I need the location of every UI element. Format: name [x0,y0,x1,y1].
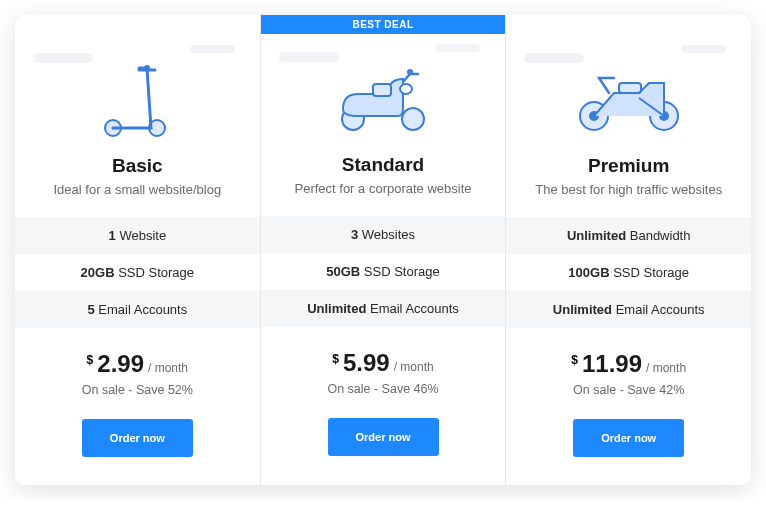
feature-row: 3 Websites [261,216,506,253]
price-line: $ 5.99 / month [271,349,496,377]
plan-name: Basic [30,155,245,177]
svg-point-7 [400,84,412,94]
plan-premium: Premium The best for high traffic websit… [506,15,751,485]
currency: $ [332,352,339,366]
svg-rect-12 [619,83,641,93]
feature-row: 20GB SSD Storage [15,254,260,291]
plan-title-block: Standard Perfect for a corporate website [261,154,506,216]
price-period: / month [646,361,686,375]
moped-icon [328,54,438,134]
plan-name: Standard [276,154,491,176]
order-button[interactable]: Order now [328,418,439,456]
plan-features: 1 Website 20GB SSD Storage 5 Email Accou… [15,217,260,328]
price-amount: 5.99 [343,349,390,377]
feature-row: 50GB SSD Storage [261,253,506,290]
plan-tagline: Ideal for a small website/blog [30,182,245,197]
sale-text: On sale - Save 46% [271,382,496,396]
feature-row: 1 Website [15,217,260,254]
price-amount: 11.99 [582,350,642,378]
order-button[interactable]: Order now [82,419,193,457]
plan-name: Premium [521,155,736,177]
order-button[interactable]: Order now [573,419,684,457]
feature-row: 5 Email Accounts [15,291,260,328]
plan-icon-wrap [261,34,506,154]
best-deal-badge: BEST DEAL [261,15,506,34]
scooter-icon [97,50,177,140]
svg-point-4 [402,108,424,130]
cta-wrap: Order now [15,407,260,485]
plan-title-block: Basic Ideal for a small website/blog [15,155,260,217]
plan-icon-wrap [15,35,260,155]
feature-row: Unlimited Email Accounts [506,291,751,328]
price-period: / month [394,360,434,374]
price-block: $ 2.99 / month On sale - Save 52% [15,328,260,407]
sale-text: On sale - Save 42% [516,383,741,397]
price-line: $ 11.99 / month [516,350,741,378]
plan-tagline: The best for high traffic websites [521,182,736,197]
price-block: $ 11.99 / month On sale - Save 42% [506,328,751,407]
feature-row: Unlimited Bandwidth [506,217,751,254]
pricing-table: Basic Ideal for a small website/blog 1 W… [15,15,751,485]
plan-badge-placeholder [15,15,260,35]
price-period: / month [148,361,188,375]
feature-row: 100GB SSD Storage [506,254,751,291]
feature-row: Unlimited Email Accounts [261,290,506,327]
plan-badge-placeholder [506,15,751,35]
price-line: $ 2.99 / month [25,350,250,378]
plan-basic: Basic Ideal for a small website/blog 1 W… [15,15,261,485]
plan-title-block: Premium The best for high traffic websit… [506,155,751,217]
plan-features: Unlimited Bandwidth 100GB SSD Storage Un… [506,217,751,328]
price-block: $ 5.99 / month On sale - Save 46% [261,327,506,406]
cta-wrap: Order now [261,406,506,484]
cta-wrap: Order now [506,407,751,485]
svg-rect-5 [373,84,391,96]
plan-features: 3 Websites 50GB SSD Storage Unlimited Em… [261,216,506,327]
plan-tagline: Perfect for a corporate website [276,181,491,196]
price-amount: 2.99 [97,350,144,378]
motorcycle-icon [569,58,689,133]
sale-text: On sale - Save 52% [25,383,250,397]
svg-point-2 [144,65,150,71]
currency: $ [87,353,94,367]
currency: $ [571,353,578,367]
plan-standard: BEST DEAL Standard Perfect for a corpora… [261,15,507,485]
plan-icon-wrap [506,35,751,155]
svg-point-6 [407,69,413,75]
